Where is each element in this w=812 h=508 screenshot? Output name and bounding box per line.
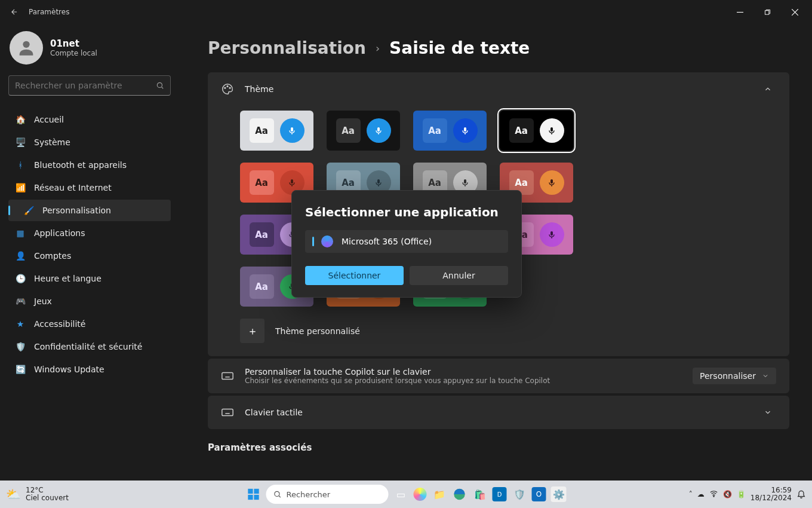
svg-point-2 bbox=[157, 82, 162, 87]
sidebar-item-bluetooth-et-appareils[interactable]: ᚼBluetooth et appareils bbox=[8, 154, 171, 176]
settings-icon[interactable]: ⚙️ bbox=[551, 486, 567, 502]
mic-icon bbox=[540, 222, 564, 247]
nav-icon: 🖥️ bbox=[15, 137, 26, 148]
taskbar: ⛅ 12°C Ciel couvert Rechercher ▭ 📁 🛍️ D … bbox=[0, 481, 812, 508]
breadcrumb: Personnalisation › Saisie de texte bbox=[208, 38, 789, 58]
sidebar-item-jeux[interactable]: 🎮Jeux bbox=[8, 290, 171, 312]
sidebar-item-accessibilit-[interactable]: ★Accessibilité bbox=[8, 313, 171, 335]
volume-icon[interactable]: 🔇 bbox=[723, 490, 732, 498]
svg-point-15 bbox=[713, 496, 714, 497]
key-preview: Aa bbox=[250, 222, 274, 247]
search-icon bbox=[156, 81, 164, 90]
svg-point-12 bbox=[275, 491, 279, 496]
app-picker-dialog: Sélectionner une application Microsoft 3… bbox=[291, 190, 522, 298]
add-theme-button[interactable]: ＋ bbox=[240, 319, 264, 343]
nav-icon: 🛡️ bbox=[15, 341, 26, 352]
theme-title: Thème bbox=[245, 84, 273, 94]
microsoft365-icon bbox=[321, 235, 333, 247]
theme-tile[interactable]: Aa bbox=[240, 111, 313, 151]
custom-theme-label: Thème personnalisé bbox=[275, 326, 360, 336]
app-list: Microsoft 365 (Office) bbox=[305, 230, 508, 253]
search-icon bbox=[273, 490, 282, 498]
explorer-icon[interactable]: 📁 bbox=[432, 486, 447, 502]
close-button[interactable] bbox=[781, 2, 808, 22]
user-sub: Compte local bbox=[50, 49, 97, 57]
sidebar-item-r-seau-et-internet[interactable]: 📶Réseau et Internet bbox=[8, 177, 171, 198]
sidebar-item-applications[interactable]: ▦Applications bbox=[8, 222, 171, 244]
edge-icon[interactable] bbox=[452, 486, 467, 502]
sidebar-item-comptes[interactable]: 👤Comptes bbox=[8, 245, 171, 267]
chevron-down-icon bbox=[762, 372, 769, 380]
mic-icon bbox=[540, 170, 564, 195]
theme-tile[interactable]: Aa bbox=[327, 111, 400, 151]
touch-keyboard-card[interactable]: Clavier tactile bbox=[208, 396, 789, 429]
key-preview: Aa bbox=[336, 118, 361, 143]
user-block[interactable]: 01net Compte local bbox=[10, 31, 171, 65]
sidebar-item-confidentialit-et-s-curit-[interactable]: 🛡️Confidentialité et sécurité bbox=[8, 336, 171, 357]
personalize-button[interactable]: Personnaliser bbox=[693, 368, 776, 384]
back-button[interactable] bbox=[4, 1, 25, 23]
search-input[interactable] bbox=[15, 81, 156, 90]
keyboard-icon bbox=[221, 369, 234, 382]
sidebar-item-personnalisation[interactable]: 🖌️Personnalisation bbox=[8, 200, 171, 221]
chevron-down-icon bbox=[759, 404, 776, 421]
app-item[interactable]: Microsoft 365 (Office) bbox=[305, 230, 508, 253]
notifications-icon[interactable] bbox=[796, 489, 806, 500]
chevron-up-icon bbox=[759, 81, 776, 97]
cancel-button[interactable]: Annuler bbox=[410, 266, 508, 285]
keyboard-icon bbox=[221, 406, 234, 419]
nav-icon: ᚼ bbox=[15, 160, 26, 170]
theme-header[interactable]: Thème bbox=[208, 72, 789, 106]
nav-icon: 🔄 bbox=[15, 364, 26, 375]
outlook-icon[interactable]: O bbox=[532, 487, 546, 501]
breadcrumb-parent[interactable]: Personnalisation bbox=[208, 38, 366, 58]
mic-icon bbox=[453, 118, 478, 143]
key-preview: Aa bbox=[423, 118, 447, 143]
clock[interactable]: 16:59 18/12/2024 bbox=[751, 486, 792, 502]
copilot-icon[interactable] bbox=[414, 488, 427, 501]
user-name: 01net bbox=[50, 38, 97, 49]
page-title: Saisie de texte bbox=[389, 38, 530, 58]
key-preview: Aa bbox=[250, 170, 274, 195]
dell-icon[interactable]: D bbox=[493, 487, 507, 501]
nav: 🏠Accueil🖥️SystèmeᚼBluetooth et appareils… bbox=[8, 109, 171, 380]
taskbar-search[interactable]: Rechercher bbox=[266, 485, 389, 504]
nav-icon: 🕒 bbox=[15, 273, 26, 284]
nav-icon: 🏠 bbox=[15, 114, 26, 125]
nav-icon: 📶 bbox=[15, 182, 26, 193]
weather-icon: ⛅ bbox=[6, 488, 21, 501]
svg-point-1 bbox=[23, 41, 29, 48]
tray-chevron-icon[interactable]: ˄ bbox=[689, 490, 693, 498]
svg-rect-6 bbox=[222, 373, 233, 380]
theme-tile[interactable]: Aa bbox=[500, 111, 573, 151]
start-button[interactable] bbox=[246, 486, 262, 502]
battery-icon[interactable]: 🔋 bbox=[737, 490, 746, 498]
sidebar-item-syst-me[interactable]: 🖥️Système bbox=[8, 131, 171, 153]
wifi-icon[interactable] bbox=[709, 489, 718, 500]
store-icon[interactable]: 🛍️ bbox=[472, 486, 488, 502]
weather-widget[interactable]: ⛅ 12°C Ciel couvert bbox=[6, 486, 69, 502]
sidebar-item-heure-et-langue[interactable]: 🕒Heure et langue bbox=[8, 268, 171, 289]
maximize-button[interactable] bbox=[753, 2, 781, 22]
svg-point-3 bbox=[224, 87, 226, 88]
sidebar-item-accueil[interactable]: 🏠Accueil bbox=[8, 109, 171, 130]
minimize-button[interactable] bbox=[726, 2, 753, 22]
palette-icon bbox=[221, 82, 234, 96]
touch-title: Clavier tactile bbox=[245, 408, 749, 417]
nav-icon: 🖌️ bbox=[23, 205, 34, 216]
svg-rect-0 bbox=[765, 10, 768, 14]
nav-icon: ★ bbox=[15, 319, 26, 329]
nav-icon: 👤 bbox=[15, 250, 26, 261]
app-name: Microsoft 365 (Office) bbox=[342, 237, 432, 246]
select-button[interactable]: Sélectionner bbox=[305, 266, 404, 285]
nav-icon: 🎮 bbox=[15, 296, 26, 307]
sidebar-item-windows-update[interactable]: 🔄Windows Update bbox=[8, 359, 171, 380]
window-title: Paramètres bbox=[29, 8, 69, 16]
onedrive-icon[interactable]: ☁ bbox=[697, 490, 705, 498]
search-box[interactable] bbox=[8, 75, 171, 96]
task-view-icon[interactable]: ▭ bbox=[393, 486, 409, 502]
sidebar: 01net Compte local 🏠Accueil🖥️SystèmeᚼBlu… bbox=[0, 24, 179, 481]
mcafee-icon[interactable]: 🛡️ bbox=[512, 486, 527, 502]
theme-tile[interactable]: Aa bbox=[413, 111, 487, 151]
key-preview: Aa bbox=[250, 118, 274, 143]
